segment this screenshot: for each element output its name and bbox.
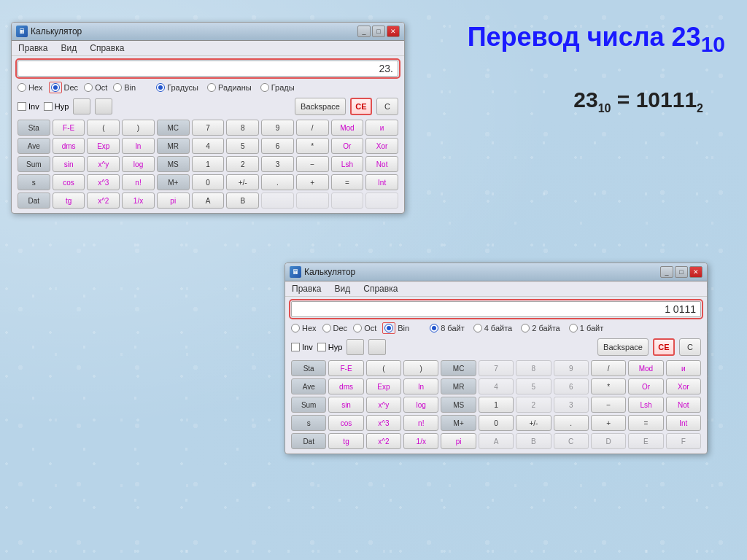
btn-xy-1[interactable]: x^y xyxy=(87,156,120,172)
btn-rparen-2[interactable]: ) xyxy=(403,360,438,376)
btn-lsh-2[interactable]: Lsh xyxy=(628,397,663,413)
small-btn-1b[interactable] xyxy=(95,98,112,114)
btn-lsh-1[interactable]: Lsh xyxy=(331,156,364,172)
btn-dat-1[interactable]: Dat xyxy=(18,192,50,209)
btn-x2-2[interactable]: x^2 xyxy=(366,433,401,449)
radio-dec-1[interactable]: Dec xyxy=(49,82,79,93)
ce-btn-1[interactable]: CE xyxy=(350,98,372,115)
checkbox-inv-1[interactable]: Inv xyxy=(18,102,39,111)
btn-ms-2[interactable]: MS xyxy=(441,397,476,413)
btn-sta-1[interactable]: Sta xyxy=(18,120,50,136)
btn-9-1[interactable]: 9 xyxy=(261,120,294,136)
btn-cos-2[interactable]: cos xyxy=(328,415,363,431)
radio-oct-1[interactable]: Oct xyxy=(84,83,107,92)
btn-minus-2[interactable]: − xyxy=(591,397,626,413)
maximize-btn-1[interactable]: □ xyxy=(372,26,385,37)
btn-div-1[interactable]: / xyxy=(296,120,329,136)
btn-mul-2[interactable]: * xyxy=(591,378,626,394)
btn-eq-1[interactable]: = xyxy=(331,174,364,190)
btn-not-2[interactable]: Not xyxy=(666,397,701,413)
btn-eq-2[interactable]: = xyxy=(628,415,663,431)
btn-mr-1[interactable]: MR xyxy=(157,138,190,154)
btn-s-1[interactable]: s xyxy=(18,174,50,190)
btn-8-1[interactable]: 8 xyxy=(226,120,259,136)
backspace-btn-2[interactable]: Backspace xyxy=(597,338,649,356)
btn-plus-1[interactable]: + xyxy=(296,174,329,190)
radio-bin-1[interactable]: Bin xyxy=(113,83,136,92)
btn-int-1[interactable]: Int xyxy=(365,174,398,190)
btn-xor-1[interactable]: Xor xyxy=(365,138,398,154)
btn-4-1[interactable]: 4 xyxy=(192,138,225,154)
btn-sum-2[interactable]: Sum xyxy=(291,397,326,413)
close-btn-2[interactable]: ✕ xyxy=(689,266,703,278)
btn-1x-1[interactable]: 1/x xyxy=(122,192,155,209)
btn-minus-1[interactable]: − xyxy=(296,156,329,172)
btn-sum-1[interactable]: Sum xyxy=(18,156,50,172)
btn-dat-2[interactable]: Dat xyxy=(291,433,326,449)
btn-mul-1[interactable]: * xyxy=(296,138,329,154)
btn-sta-2[interactable]: Sta xyxy=(291,360,326,376)
radio-grady-1[interactable]: Грады xyxy=(260,83,295,92)
btn-dot-1[interactable]: . xyxy=(261,174,294,190)
btn-2-1[interactable]: 2 xyxy=(226,156,259,172)
small-btn-1a[interactable] xyxy=(73,98,90,114)
btn-cos-1[interactable]: cos xyxy=(53,174,85,190)
radio-bin-2[interactable]: Bin xyxy=(382,322,409,334)
btn-mc-2[interactable]: MC xyxy=(441,360,476,376)
radio-4b-2[interactable]: 4 байта xyxy=(473,324,513,332)
menu-pravka-2[interactable]: Правка xyxy=(290,283,324,295)
btn-ave-2[interactable]: Ave xyxy=(291,378,326,394)
btn-n-1[interactable]: n! xyxy=(122,174,155,190)
close-btn-1[interactable]: ✕ xyxy=(387,26,400,37)
btn-1x-2[interactable]: 1/x xyxy=(403,433,438,449)
btn-ave-1[interactable]: Ave xyxy=(18,138,50,154)
btn-x2-1[interactable]: x^2 xyxy=(87,192,120,209)
btn-dms-1[interactable]: dms xyxy=(53,138,85,154)
btn-sin-2[interactable]: sin xyxy=(328,397,363,413)
menu-spravka-1[interactable]: Справка xyxy=(88,42,126,54)
maximize-btn-2[interactable]: □ xyxy=(675,266,688,278)
btn-xor-2[interactable]: Xor xyxy=(666,378,701,394)
btn-int-2[interactable]: Int xyxy=(666,415,701,431)
ce-btn-2[interactable]: CE xyxy=(653,338,675,356)
radio-hex-2[interactable]: Hex xyxy=(291,324,317,332)
btn-a-1[interactable]: A xyxy=(192,192,225,209)
btn-mod-2[interactable]: Mod xyxy=(628,360,663,376)
btn-tg-1[interactable]: tg xyxy=(53,192,85,209)
btn-and-2[interactable]: и xyxy=(666,360,701,376)
btn-ln-1[interactable]: ln xyxy=(122,138,155,154)
btn-ms-1[interactable]: MS xyxy=(157,156,190,172)
btn-lparen-2[interactable]: ( xyxy=(366,360,401,376)
btn-mr-2[interactable]: MR xyxy=(441,378,476,394)
btn-5-1[interactable]: 5 xyxy=(226,138,259,154)
btn-dms-2[interactable]: dms xyxy=(328,378,363,394)
checkbox-hyp-1[interactable]: Hyp xyxy=(44,102,69,111)
btn-xy-2[interactable]: x^y xyxy=(366,397,401,413)
small-btn-2a[interactable] xyxy=(347,339,364,355)
radio-rad-1[interactable]: Радианы xyxy=(207,83,252,92)
btn-sin-1[interactable]: sin xyxy=(53,156,85,172)
checkbox-hyp-2[interactable]: Hyp xyxy=(317,343,343,351)
menu-pravka-1[interactable]: Правка xyxy=(16,42,50,54)
btn-pi-1[interactable]: pi xyxy=(157,192,190,209)
minimize-btn-1[interactable]: _ xyxy=(357,26,371,37)
btn-plus-2[interactable]: + xyxy=(591,415,626,431)
menu-vid-1[interactable]: Вид xyxy=(59,42,80,54)
btn-0-1[interactable]: 0 xyxy=(192,174,225,190)
btn-mod-1[interactable]: Mod xyxy=(331,120,364,136)
btn-div-2[interactable]: / xyxy=(591,360,626,376)
btn-log-1[interactable]: log xyxy=(122,156,155,172)
c-btn-2[interactable]: C xyxy=(679,338,701,356)
btn-ln-2[interactable]: ln xyxy=(403,378,438,394)
radio-2b-2[interactable]: 2 байта xyxy=(521,324,560,332)
btn-pi-2[interactable]: pi xyxy=(441,433,476,449)
small-btn-2b[interactable] xyxy=(368,339,386,355)
radio-grad-1[interactable]: Градусы xyxy=(156,83,198,92)
c-btn-1[interactable]: C xyxy=(376,98,398,115)
menu-vid-2[interactable]: Вид xyxy=(333,283,353,295)
radio-hex-1[interactable]: Hex xyxy=(18,83,43,92)
btn-x3-2[interactable]: x^3 xyxy=(366,415,401,431)
btn-pm-2[interactable]: +/- xyxy=(516,415,551,431)
btn-0-2[interactable]: 0 xyxy=(479,415,514,431)
radio-dec-2[interactable]: Dec xyxy=(322,324,348,332)
